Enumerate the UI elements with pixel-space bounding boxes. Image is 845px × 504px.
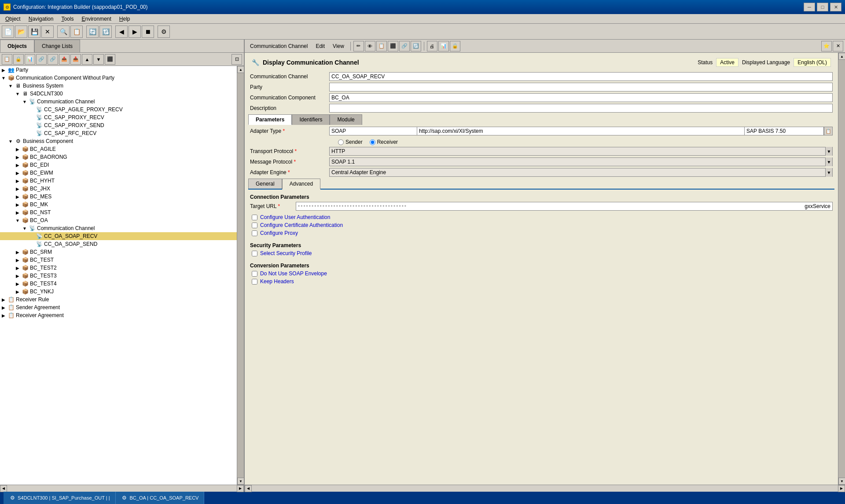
menu-navigation[interactable]: Navigation	[25, 15, 57, 23]
lt-btn-expand[interactable]: ⊡	[231, 54, 242, 65]
cb-keep-headers[interactable]	[252, 279, 257, 285]
tree-item-bc-srm[interactable]: ▶📦BC_SRM	[0, 248, 237, 256]
tree-item-bc-jhx[interactable]: ▶📦BC_JHX	[0, 185, 237, 193]
tree-expand-icon[interactable]: ▶	[14, 171, 21, 175]
rt-btn-5[interactable]: 🔗	[399, 41, 410, 51]
adapter-type-input[interactable]	[329, 127, 417, 135]
tab-change-lists[interactable]: Change Lists	[34, 40, 80, 52]
comm-component-input[interactable]	[329, 93, 833, 102]
adapter-namespace-input[interactable]	[417, 127, 745, 135]
tb-btn-12[interactable]: ⚙	[158, 26, 170, 38]
tree-container[interactable]: ▶👥Party▼📦Communication Component Without…	[0, 66, 237, 485]
lt-btn-2[interactable]: 🔒	[13, 54, 24, 65]
tb-btn-3[interactable]: 💾	[28, 26, 40, 38]
cb-user-auth-label[interactable]: Configure User Authentication	[260, 214, 330, 220]
tb-btn-2[interactable]: 📂	[15, 26, 27, 38]
copy-button[interactable]: 📋	[824, 127, 833, 135]
lt-btn-8[interactable]: ▲	[82, 54, 92, 65]
cb-sec-profile-label[interactable]: Select Security Profile	[260, 250, 312, 256]
lt-btn-1[interactable]: 📋	[2, 54, 12, 65]
right-scrollbar-v[interactable]: ▲ ▼	[838, 53, 845, 485]
rt-menu-view[interactable]: View	[329, 42, 348, 50]
tree-item-bc-nst[interactable]: ▶📦BC_NST	[0, 208, 237, 216]
tree-expand-icon[interactable]: ▶	[14, 194, 21, 199]
sub-tab-advanced[interactable]: Advanced	[282, 179, 320, 190]
tree-expand-icon[interactable]: ▶	[14, 202, 21, 207]
cb-user-auth[interactable]	[252, 215, 257, 220]
tree-item-sender-agree[interactable]: ▶📋Sender Agreement	[0, 303, 237, 311]
tree-item-s4dc[interactable]: ▼🖥S4DCLNT300	[0, 90, 237, 98]
right-scroll-h[interactable]: ◀ ▶	[245, 485, 845, 492]
rt-btn-3[interactable]: 📋	[376, 41, 387, 51]
cb-keep-headers-label[interactable]: Keep Headers	[260, 278, 294, 285]
tree-item-biz-sys[interactable]: ▼🖥Business System	[0, 82, 237, 90]
tree-expand-icon[interactable]: ▶	[0, 305, 7, 310]
description-input[interactable]	[329, 104, 833, 113]
tree-expand-icon[interactable]: ▼	[14, 218, 21, 223]
tb-btn-8[interactable]: 🔃	[99, 26, 112, 38]
tree-expand-icon[interactable]: ▼	[14, 91, 21, 96]
tb-btn-7[interactable]: 🔄	[86, 26, 99, 38]
sub-tab-general[interactable]: General	[248, 179, 282, 189]
right-scroll-up[interactable]: ▲	[838, 53, 845, 60]
comm-channel-input[interactable]	[329, 72, 833, 81]
tree-item-bc-oa[interactable]: ▼📦BC_OA	[0, 216, 237, 224]
cb-no-soap-label[interactable]: Do Not Use SOAP Envelope	[260, 270, 327, 277]
tree-expand-icon[interactable]: ▶	[14, 274, 21, 278]
party-input[interactable]	[329, 83, 833, 91]
tb-btn-11[interactable]: ⏹	[142, 26, 154, 38]
adapter-version-input[interactable]	[745, 127, 824, 135]
lt-btn-5[interactable]: 🔗	[48, 54, 58, 65]
tree-item-cc2[interactable]: 📡CC_SAP_PROXY_RECV	[0, 113, 237, 121]
rt-menu-edit[interactable]: Edit	[312, 42, 328, 50]
tree-expand-icon[interactable]: ▶	[14, 210, 21, 215]
tb-btn-1[interactable]: 📄	[2, 26, 14, 38]
right-h-scroll-right[interactable]: ▶	[838, 485, 845, 492]
tree-item-bc-test2[interactable]: ▶📦BC_TEST2	[0, 264, 237, 272]
radio-sender[interactable]: Sender	[338, 139, 363, 145]
cb-proxy-label[interactable]: Configure Proxy	[260, 230, 298, 236]
rt-btn-9[interactable]: 🔒	[450, 41, 460, 51]
tree-expand-icon[interactable]: ▶	[14, 289, 21, 294]
tree-item-bc-agile[interactable]: ▶📦BC_AGILE	[0, 145, 237, 153]
tree-expand-icon[interactable]: ▶	[14, 250, 21, 255]
tree-item-cc-oa-send[interactable]: 📡CC_OA_SOAP_SEND	[0, 240, 237, 248]
rt-btn-4[interactable]: ⬛	[388, 41, 398, 51]
tree-item-recv-rule[interactable]: ▶📋Receiver Rule	[0, 296, 237, 303]
tree-item-bc-test4[interactable]: ▶📦BC_TEST4	[0, 280, 237, 288]
message-dropdown-arrow[interactable]: ▼	[825, 157, 832, 166]
tree-item-cc-oa-recv[interactable]: 📡CC_OA_SOAP_RECV	[0, 232, 237, 240]
tree-item-comm-chan[interactable]: ▼📡Communication Channel	[0, 98, 237, 106]
tb-btn-4[interactable]: ✕	[41, 26, 54, 38]
tree-item-bc-ewm[interactable]: ▶📦BC_EWM	[0, 169, 237, 177]
tree-item-bc-ynkj[interactable]: ▶📦BC_YNKJ	[0, 288, 237, 296]
tab-parameters[interactable]: Parameters	[248, 114, 292, 125]
tree-expand-icon[interactable]: ▼	[7, 84, 14, 88]
tree-expand-icon[interactable]: ▶	[14, 179, 21, 183]
tree-expand-icon[interactable]: ▶	[14, 186, 21, 191]
rt-btn-star[interactable]: ⭐	[821, 41, 832, 51]
tree-expand-icon[interactable]: ▶	[0, 297, 7, 302]
tree-item-bc-mes[interactable]: ▶📦BC_MES	[0, 193, 237, 201]
tb-btn-10[interactable]: ▶	[129, 26, 141, 38]
right-h-scroll-left[interactable]: ◀	[245, 485, 252, 492]
tree-expand-icon[interactable]: ▶	[14, 258, 21, 263]
menu-environment[interactable]: Environment	[78, 15, 114, 23]
tree-item-bc-test3[interactable]: ▶📦BC_TEST3	[0, 272, 237, 280]
rt-menu-comm-channel[interactable]: Communication Channel	[246, 42, 311, 50]
h-scroll-left[interactable]: ◀	[0, 485, 7, 492]
tree-item-party[interactable]: ▶👥Party	[0, 66, 237, 74]
tree-expand-icon[interactable]: ▶	[14, 155, 21, 160]
tree-item-bc-hyht[interactable]: ▶📦BC_HYHT	[0, 177, 237, 185]
menu-help[interactable]: Help	[116, 15, 134, 23]
tree-expand-icon[interactable]: ▶	[14, 147, 21, 152]
tree-expand-icon[interactable]: ▶	[14, 266, 21, 270]
tree-item-cc1[interactable]: 📡CC_SAP_AGILE_PROXY_RECV	[0, 106, 237, 113]
tree-item-biz-comp[interactable]: ▼⚙Business Component	[0, 137, 237, 145]
tree-item-bc-edi[interactable]: ▶📦BC_EDI	[0, 161, 237, 169]
tree-item-bc-oa-cc[interactable]: ▼📡Communication Channel	[0, 224, 237, 232]
lt-btn-4[interactable]: 🔗	[36, 54, 47, 65]
tree-expand-icon[interactable]: ▼	[7, 139, 14, 144]
tree-item-cc3[interactable]: 📡CC_SAP_PROXY_SEND	[0, 121, 237, 129]
radio-receiver[interactable]: Receiver	[370, 139, 398, 145]
